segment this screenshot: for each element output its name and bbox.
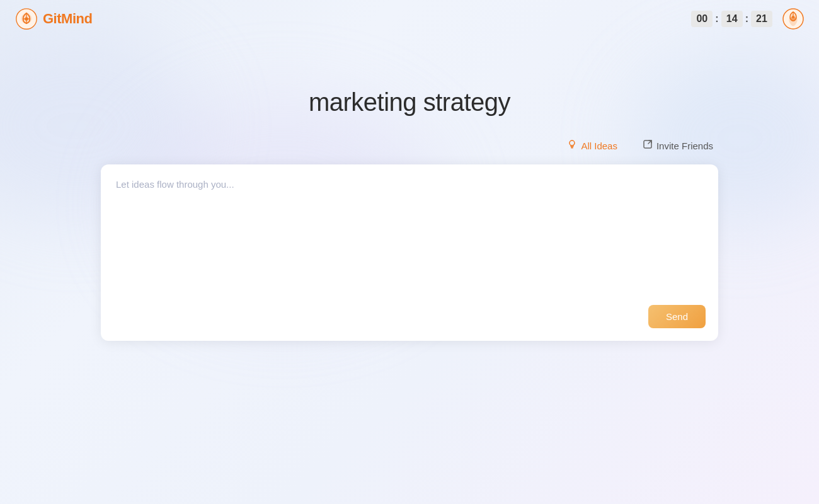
send-button[interactable]: Send — [648, 305, 706, 328]
timer-hours: 00 — [691, 11, 713, 27]
lightbulb-icon — [567, 139, 577, 152]
header: GitMind 00 : 14 : 21 — [0, 0, 819, 38]
invite-friends-label: Invite Friends — [656, 140, 713, 151]
all-ideas-label: All Ideas — [581, 140, 617, 151]
user-avatar-icon[interactable] — [782, 8, 804, 30]
idea-textarea[interactable] — [116, 177, 703, 328]
gitmind-logo-icon — [15, 8, 38, 30]
svg-point-5 — [570, 140, 575, 146]
timer-colon-2: : — [745, 13, 748, 25]
invite-friends-button[interactable]: Invite Friends — [638, 137, 718, 154]
header-right: 00 : 14 : 21 — [691, 8, 804, 30]
main-content: marketing strategy All Ideas — [0, 38, 819, 341]
svg-point-1 — [25, 17, 28, 20]
idea-input-container: Send — [101, 164, 718, 341]
all-ideas-button[interactable]: All Ideas — [562, 137, 622, 154]
timer-seconds: 21 — [751, 11, 772, 27]
timer-colon-1: : — [715, 13, 718, 25]
action-bar: All Ideas Invite Friends — [101, 137, 718, 154]
share-icon — [643, 139, 653, 152]
logo-text: GitMind — [43, 11, 92, 27]
timer: 00 : 14 : 21 — [691, 11, 772, 27]
logo-area: GitMind — [15, 8, 92, 30]
timer-minutes: 14 — [721, 11, 743, 27]
page-title: marketing strategy — [309, 88, 510, 117]
